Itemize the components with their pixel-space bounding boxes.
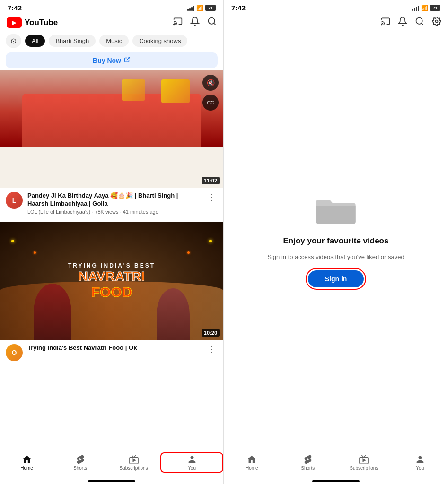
buy-now-text: Buy Now <box>93 57 121 64</box>
nav-home[interactable]: Home <box>0 452 53 473</box>
svg-marker-9 <box>363 459 366 462</box>
right-settings-icon[interactable] <box>432 17 441 28</box>
signal-icon <box>187 5 194 11</box>
svg-point-0 <box>174 24 175 25</box>
youtube-logo-icon: ▶ <box>7 17 22 28</box>
cast-icon[interactable] <box>173 17 183 28</box>
right-phone-panel: 7:42 📶 71 <box>224 0 448 484</box>
search-icon[interactable] <box>207 17 217 28</box>
chip-compass[interactable]: ⊙ <box>6 34 21 48</box>
svg-point-7 <box>436 20 438 23</box>
battery-icon: 71 <box>205 5 216 11</box>
svg-point-1 <box>209 18 215 24</box>
right-nav-shorts[interactable]: Shorts <box>280 452 336 473</box>
empty-title: Enjoy your favourite videos <box>283 236 389 246</box>
buy-now-banner[interactable]: Buy Now <box>6 52 218 68</box>
youtube-logo-area: ▶ YouTube <box>7 17 58 28</box>
right-header <box>224 14 448 31</box>
chip-music[interactable]: Music <box>99 35 129 47</box>
right-bell-icon[interactable] <box>398 17 407 28</box>
youtube-header: ▶ YouTube <box>0 14 223 31</box>
svg-point-6 <box>416 18 422 24</box>
nav-subscriptions-label: Subscriptions <box>119 466 148 471</box>
right-nav-home[interactable]: Home <box>224 452 280 473</box>
chip-bharti-singh[interactable]: Bharti Singh <box>49 35 96 47</box>
video-card-1: 🔇 CC 11:02 L Pandey Ji Ka Birthday Aaya … <box>0 70 223 218</box>
header-icons <box>173 17 217 28</box>
left-status-bar: 7:42 📶 71 <box>0 0 223 14</box>
wifi-icon: 📶 <box>196 5 203 11</box>
video-info-1: Pandey Ji Ka Birthday Aaya 🥰🎂🎉 | Bharti … <box>27 192 201 215</box>
video-info-2: Trying India's Best Navratri Food | Ok <box>27 344 201 352</box>
svg-point-5 <box>381 24 382 25</box>
video-meta-2: O Trying India's Best Navratri Food | Ok… <box>0 340 223 365</box>
empty-state: Enjoy your favourite videos Sign in to a… <box>224 31 448 449</box>
channel-avatar-2[interactable]: O <box>6 344 23 361</box>
video-duration-2: 10:20 <box>202 329 220 337</box>
folder-icon <box>312 191 360 229</box>
left-status-icons: 📶 71 <box>187 5 216 11</box>
video-card-2: TRYING INDIA'S BEST NAVRATRI FOOD 10:20 <box>0 222 223 365</box>
video-meta-1: L Pandey Ji Ka Birthday Aaya 🥰🎂🎉 | Bhart… <box>0 188 223 218</box>
chips-bar: ⊙ All Bharti Singh Music Cooking shows <box>0 31 223 51</box>
right-battery-icon: 71 <box>430 5 440 11</box>
right-nav-you-label: You <box>416 466 424 471</box>
right-nav-subscriptions-label: Subscriptions <box>350 466 378 471</box>
video-more-btn-1[interactable]: ⋮ <box>205 192 218 202</box>
nav-subscriptions[interactable]: Subscriptions <box>107 452 160 473</box>
right-status-icons: 📶 71 <box>412 5 440 11</box>
nav-home-label: Home <box>20 466 33 471</box>
cc-button-v1[interactable]: CC <box>202 95 219 111</box>
sign-in-btn-wrapper: Sign in <box>306 268 367 290</box>
right-status-bar: 7:42 📶 71 <box>224 0 448 14</box>
video-thumbnail-1[interactable]: 🔇 CC 11:02 <box>0 70 223 188</box>
nav-you-label: You <box>188 466 196 471</box>
left-bottom-nav: Home Shorts Subscriptions You <box>0 449 223 478</box>
right-home-indicator <box>312 480 360 482</box>
video-title-2: Trying India's Best Navratri Food | Ok <box>27 344 201 352</box>
right-signal-icon <box>412 5 419 11</box>
nav-shorts[interactable]: Shorts <box>53 452 107 473</box>
right-nav-home-label: Home <box>246 466 258 471</box>
svg-line-2 <box>127 57 130 60</box>
right-nav-subscriptions[interactable]: Subscriptions <box>336 452 392 473</box>
right-status-time: 7:42 <box>231 4 246 12</box>
video-subtitle-1: LOL (Life of Limbachiyaa's) · 78K views … <box>27 209 201 215</box>
video-more-btn-2[interactable]: ⋮ <box>205 344 218 354</box>
empty-subtitle: Sign in to access videos that you've lik… <box>267 253 404 260</box>
left-home-indicator <box>88 480 135 482</box>
chip-all[interactable]: All <box>25 35 45 47</box>
right-cast-icon[interactable] <box>381 17 390 28</box>
sign-in-button[interactable]: Sign in <box>308 270 364 287</box>
nav-you[interactable]: You <box>160 452 223 473</box>
right-wifi-icon: 📶 <box>421 5 428 11</box>
left-phone-panel: 7:42 📶 71 ▶ YouTube <box>0 0 224 484</box>
youtube-logo-text: YouTube <box>25 18 58 27</box>
mute-button-v1[interactable]: 🔇 <box>202 75 219 91</box>
right-bottom-nav: Home Shorts Subscriptions You <box>224 449 448 478</box>
video-title-1: Pandey Ji Ka Birthday Aaya 🥰🎂🎉 | Bharti … <box>27 192 201 208</box>
left-status-time: 7:42 <box>8 4 22 12</box>
video-feed: 🔇 CC 11:02 L Pandey Ji Ka Birthday Aaya … <box>0 70 223 449</box>
right-nav-you[interactable]: You <box>392 452 448 473</box>
right-nav-shorts-label: Shorts <box>301 466 315 471</box>
channel-avatar-1[interactable]: L <box>6 192 23 209</box>
chip-cooking-shows[interactable]: Cooking shows <box>132 35 187 47</box>
video-thumbnail-2[interactable]: TRYING INDIA'S BEST NAVRATRI FOOD 10:20 <box>0 222 223 340</box>
nav-shorts-label: Shorts <box>73 466 87 471</box>
right-search-icon[interactable] <box>415 17 424 28</box>
svg-marker-4 <box>133 459 136 462</box>
external-link-icon <box>124 56 131 64</box>
bell-icon[interactable] <box>190 17 200 28</box>
video-duration-1: 11:02 <box>202 177 220 184</box>
